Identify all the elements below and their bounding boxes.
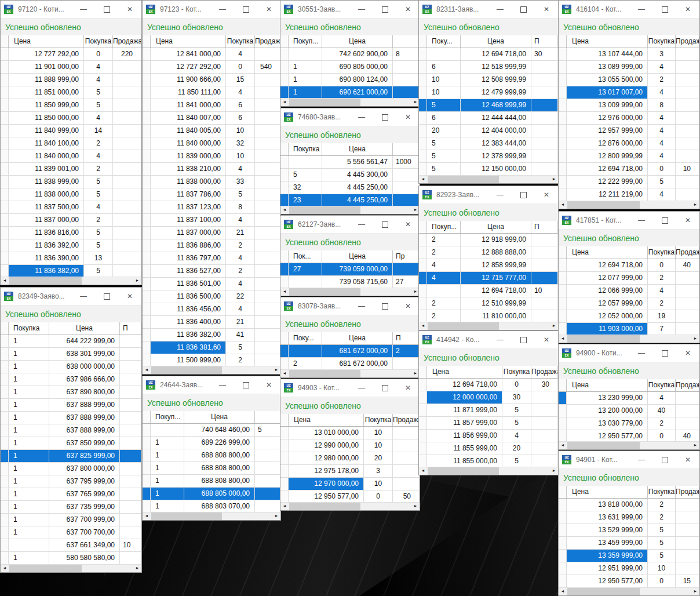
row-header-cell[interactable] xyxy=(1,265,9,277)
minimize-button[interactable]: — xyxy=(72,1,95,18)
row-header-cell[interactable] xyxy=(419,234,427,246)
row-header-cell[interactable] xyxy=(1,373,9,386)
table-row[interactable]: 11 840 000,004 xyxy=(1,150,141,163)
column-header-price[interactable]: Цена xyxy=(322,35,393,48)
row-header-cell[interactable] xyxy=(280,194,289,206)
row-header-cell[interactable] xyxy=(1,125,9,137)
cell-price[interactable]: 12 211 219,00 xyxy=(567,188,648,201)
table-row[interactable]: 212 510 999,99 xyxy=(419,297,558,310)
cell-buy[interactable]: 4 xyxy=(84,201,113,213)
scroll-thumb[interactable] xyxy=(289,99,360,106)
cell-price[interactable]: 13 030 779,00 xyxy=(567,417,648,430)
cell-buy[interactable]: 4 xyxy=(648,285,676,297)
minimize-button[interactable]: — xyxy=(630,1,653,18)
cell-sell[interactable] xyxy=(113,188,141,201)
cell-sell[interactable] xyxy=(120,463,141,475)
window-94900[interactable]: UZEX94900 - Коти...—✕Успешно обновленоЦе… xyxy=(558,344,700,450)
cell-sell[interactable] xyxy=(120,424,141,437)
row-header-cell[interactable] xyxy=(559,74,567,86)
cell-price[interactable]: 11 836 501,00 xyxy=(151,278,226,290)
table-row[interactable]: 11 837 786,005 xyxy=(143,188,280,201)
column-header-buy[interactable]: Поку... xyxy=(289,332,322,344)
cell-sell[interactable] xyxy=(255,303,280,315)
close-button[interactable]: ✕ xyxy=(396,108,420,126)
column-header-price[interactable]: Цена xyxy=(151,35,226,48)
row-header-cell[interactable] xyxy=(280,452,289,464)
table-row[interactable]: 11 836 456,004 xyxy=(143,303,280,316)
table-row[interactable]: 740 648 460,005 xyxy=(143,424,280,437)
maximize-button[interactable] xyxy=(373,1,396,18)
cell-sell[interactable] xyxy=(113,86,141,99)
table-row[interactable]: 11 836 527,002 xyxy=(143,265,280,278)
row-header-cell[interactable] xyxy=(1,335,9,347)
cell-sell[interactable] xyxy=(255,74,280,86)
table-row[interactable]: 412 715 777,00 xyxy=(419,272,558,285)
cell-sell[interactable] xyxy=(676,310,699,322)
row-header-cell[interactable] xyxy=(419,163,427,175)
cell-price[interactable]: 11 840 000,00 xyxy=(151,137,226,150)
row-header-cell[interactable] xyxy=(280,74,289,86)
cell-price[interactable]: 688 808 800,00 xyxy=(184,475,255,487)
table-row[interactable]: 13 529 999,005 xyxy=(559,524,699,537)
table-row[interactable]: 739 058 715,6027 xyxy=(280,276,420,288)
cell-price[interactable]: 11 838 210,00 xyxy=(151,163,226,175)
cell-price[interactable]: 637 765 999,00 xyxy=(49,488,120,500)
window-97120[interactable]: UZEX97120 - Коти...—✕Успешно обновленоЦе… xyxy=(0,0,142,285)
scroll-thumb[interactable] xyxy=(567,335,640,343)
cell-sell[interactable] xyxy=(676,417,699,430)
titlebar[interactable]: UZEX82349-Заяво...—✕ xyxy=(1,288,141,306)
cell-sell[interactable] xyxy=(393,194,420,206)
table-row[interactable]: 12 800 999,994 xyxy=(559,150,699,163)
cell-sell[interactable]: 15 xyxy=(676,575,699,587)
cell-price[interactable]: 11 851 000,00 xyxy=(9,86,84,99)
cell-buy[interactable]: 1 xyxy=(289,74,322,86)
cell-price[interactable]: 580 580 580,00 xyxy=(49,552,120,564)
row-header-cell[interactable] xyxy=(143,74,151,86)
cell-sell[interactable] xyxy=(393,452,420,464)
row-header-cell[interactable] xyxy=(419,99,427,111)
row-header-cell[interactable] xyxy=(1,437,9,449)
cell-price[interactable]: 12 150 000,00 xyxy=(461,163,531,175)
table-row[interactable]: 1688 808 800,00 xyxy=(143,475,280,488)
table-row[interactable]: 11 903 000,007 xyxy=(559,323,699,335)
table-row[interactable]: 12 976 000,004 xyxy=(559,112,699,125)
cell-sell[interactable] xyxy=(113,112,141,124)
row-header-cell[interactable] xyxy=(1,214,9,226)
cell-buy[interactable]: 5 xyxy=(84,86,113,99)
cell-buy[interactable]: 1 xyxy=(9,552,49,564)
table-row[interactable]: 11 838 210,004 xyxy=(143,163,280,176)
column-header-price[interactable]: Цена xyxy=(567,246,648,259)
scroll-track[interactable] xyxy=(9,277,133,285)
cell-price[interactable]: 11 855 000,00 xyxy=(427,455,502,467)
cell-buy[interactable]: 4 xyxy=(648,125,676,137)
row-header-cell[interactable] xyxy=(1,227,9,239)
cell-buy[interactable]: 1 xyxy=(9,373,49,386)
table-row[interactable]: 13 017 007,004 xyxy=(559,86,699,99)
cell-price[interactable]: 11 836 886,00 xyxy=(151,239,226,252)
cell-sell[interactable] xyxy=(113,252,141,264)
cell-price[interactable]: 11 500 999,00 xyxy=(151,354,226,366)
cell-sell[interactable] xyxy=(113,201,141,213)
row-header-cell[interactable] xyxy=(419,379,427,391)
scroll-left-arrow-icon[interactable]: ◄ xyxy=(419,176,427,183)
row-header-cell[interactable] xyxy=(1,412,9,424)
cell-sell[interactable] xyxy=(676,323,699,335)
table-row[interactable]: 13 230 999,004 xyxy=(559,392,699,405)
cell-buy[interactable]: 4 xyxy=(648,137,676,150)
maximize-button[interactable] xyxy=(653,451,676,468)
cell-price[interactable]: 13 359 999,00 xyxy=(567,550,648,562)
cell-sell[interactable] xyxy=(255,86,280,99)
table-row[interactable]: 11 901 000,004 xyxy=(1,61,141,74)
cell-sell[interactable] xyxy=(255,201,280,213)
close-button[interactable]: ✕ xyxy=(676,212,699,229)
column-header-sell[interactable] xyxy=(255,411,280,423)
cell-sell[interactable] xyxy=(113,176,141,188)
cell-sell[interactable] xyxy=(676,524,699,536)
cell-buy[interactable]: 30 xyxy=(502,391,531,404)
cell-buy[interactable] xyxy=(289,48,322,60)
table-row[interactable]: 1580 580 580,00 xyxy=(1,552,141,564)
cell-sell[interactable] xyxy=(531,137,558,150)
table-row[interactable]: 11 871 999,005 xyxy=(419,404,558,417)
table-row[interactable]: 612 444 444,00 xyxy=(419,112,558,125)
cell-price[interactable]: 688 803 070,00 xyxy=(184,500,255,512)
